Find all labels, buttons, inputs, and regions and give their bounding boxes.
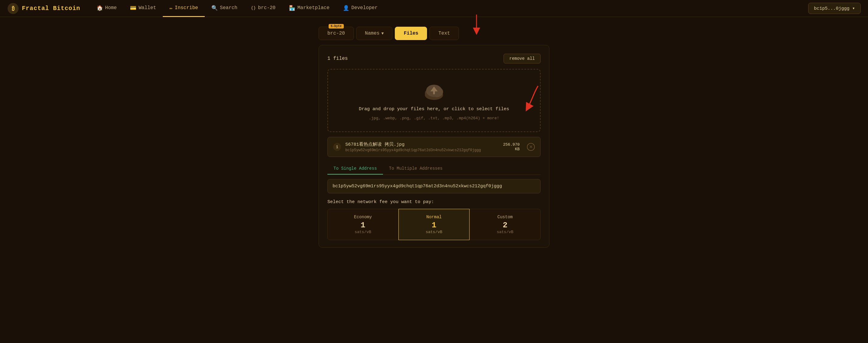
nav-wallet[interactable]: 💳 Wallet bbox=[123, 0, 163, 17]
file-size-value: 256.970 bbox=[503, 142, 520, 147]
fee-economy-value: 1 bbox=[331, 221, 395, 229]
search-icon: 🔍 bbox=[211, 5, 218, 11]
nav-home[interactable]: 🏠 Home bbox=[90, 0, 123, 17]
addr-tab-multiple[interactable]: To Multiple Addresses bbox=[383, 163, 448, 175]
nav-items: 🏠 Home 💳 Wallet ✏️ Inscribe 🔍 Search {} … bbox=[90, 0, 808, 17]
nav-inscribe-label: Inscribe bbox=[175, 5, 198, 11]
file-list-item: 1 S6781看热点解读 拷贝.jpg bc1p5yw52vg69m1rs95y… bbox=[328, 137, 540, 157]
brc20-icon: {} bbox=[251, 5, 256, 10]
fractal-bitcoin-logo-icon: ₿ bbox=[7, 3, 19, 14]
tab-text-label: Text bbox=[438, 31, 450, 36]
file-address: bc1p5yw52vg69m1rs95yyx4gd9chqt1qp76at2d3… bbox=[345, 148, 499, 152]
upload-cloud-icon bbox=[423, 82, 445, 100]
nav-marketplace-label: Marketplace bbox=[297, 5, 330, 11]
file-number: 1 bbox=[333, 143, 341, 151]
tab-names-label: Names bbox=[365, 31, 380, 36]
nav-search[interactable]: 🔍 Search bbox=[205, 0, 244, 17]
svg-text:₿: ₿ bbox=[12, 6, 14, 12]
tab-names[interactable]: Names ▼ bbox=[356, 27, 393, 40]
fee-custom-unit: sats/vB bbox=[473, 230, 537, 234]
nav-brc20-label: brc-20 bbox=[258, 5, 276, 11]
address-input[interactable] bbox=[328, 179, 540, 193]
nav-search-label: Search bbox=[220, 5, 238, 11]
nav-logo[interactable]: ₿ Fractal Bitcoin bbox=[7, 3, 80, 14]
tab-files-label: Files bbox=[404, 31, 418, 36]
tab-text[interactable]: Text bbox=[429, 27, 459, 40]
file-size: 256.970 KB bbox=[503, 142, 520, 151]
wallet-icon: 💳 bbox=[130, 5, 136, 11]
fee-normal[interactable]: Normal 1 sats/vB bbox=[399, 209, 469, 240]
nav-developer-label: Developer bbox=[351, 5, 377, 11]
tab-brc20[interactable]: 5-byte brc-20 bbox=[318, 27, 354, 40]
main-content: 5-byte brc-20 Names ▼ Files Text bbox=[0, 17, 868, 262]
fee-normal-name: Normal bbox=[402, 215, 466, 219]
nav-wallet-label: Wallet bbox=[138, 5, 156, 11]
tab-files[interactable]: Files bbox=[395, 27, 427, 40]
nav-brc20[interactable]: {} brc-20 bbox=[244, 0, 282, 17]
nav-marketplace[interactable]: 🏪 Marketplace bbox=[282, 0, 336, 17]
nav-brand-text: Fractal Bitcoin bbox=[22, 5, 80, 12]
files-count-label: 1 files bbox=[328, 56, 348, 61]
navbar: ₿ Fractal Bitcoin 🏠 Home 💳 Wallet ✏️ Ins… bbox=[0, 0, 868, 17]
fee-section-label: Select the network fee you want to pay: bbox=[328, 199, 540, 205]
file-size-unit: KB bbox=[515, 147, 520, 151]
drop-text: Drag and drop your files here, or click … bbox=[359, 107, 509, 112]
fee-normal-unit: sats/vB bbox=[402, 230, 466, 234]
file-info: S6781看热点解读 拷贝.jpg bc1p5yw52vg69m1rs95yyx… bbox=[345, 141, 499, 152]
fee-economy[interactable]: Economy 1 sats/vB bbox=[328, 209, 399, 240]
drop-formats: .jpg, .webp, .png, .gif, .txt, .mp3, .mp… bbox=[369, 116, 499, 121]
nav-inscribe[interactable]: ✏️ Inscribe bbox=[163, 0, 205, 17]
inscribe-tabs: 5-byte brc-20 Names ▼ Files Text bbox=[318, 27, 550, 40]
remove-all-button[interactable]: remove all bbox=[503, 54, 540, 63]
file-drop-zone[interactable]: Drag and drop your files here, or click … bbox=[328, 69, 540, 132]
card-header: 1 files remove all bbox=[328, 54, 540, 63]
file-name: S6781看热点解读 拷贝.jpg bbox=[345, 141, 499, 147]
inscribe-icon: ✏️ bbox=[169, 5, 173, 11]
fee-custom[interactable]: Custom 2 sats/vB bbox=[469, 209, 540, 240]
fee-custom-name: Custom bbox=[473, 215, 537, 219]
addr-tab-single[interactable]: To Single Address bbox=[328, 163, 383, 175]
inscribe-card: 1 files remove all bbox=[318, 45, 550, 248]
tab-brc20-label: brc-20 bbox=[328, 31, 345, 36]
nav-home-label: Home bbox=[105, 5, 117, 11]
wallet-connect-button[interactable]: bc1p5...0jggg ▾ bbox=[808, 3, 861, 14]
file-remove-button[interactable]: ✕ bbox=[527, 143, 535, 151]
dropzone-wrapper: Drag and drop your files here, or click … bbox=[328, 69, 540, 132]
chevron-down-icon: ▼ bbox=[381, 31, 384, 36]
nav-developer[interactable]: 👤 Developer bbox=[336, 0, 384, 17]
fee-options: Economy 1 sats/vB Normal 1 sats/vB Custo… bbox=[328, 209, 540, 240]
marketplace-icon: 🏪 bbox=[289, 5, 295, 11]
tabs-section: 5-byte brc-20 Names ▼ Files Text bbox=[318, 27, 550, 40]
upload-icon-wrap bbox=[423, 80, 445, 102]
fee-economy-unit: sats/vB bbox=[331, 230, 395, 234]
brc20-badge: 5-byte bbox=[329, 24, 344, 29]
home-icon: 🏠 bbox=[97, 5, 103, 11]
fee-economy-name: Economy bbox=[331, 215, 395, 219]
developer-icon: 👤 bbox=[343, 5, 349, 11]
fee-normal-value: 1 bbox=[402, 221, 466, 229]
content-wrapper: 5-byte brc-20 Names ▼ Files Text bbox=[318, 27, 550, 248]
wallet-address-text: bc1p5...0jggg ▾ bbox=[814, 5, 855, 11]
address-tabs: To Single Address To Multiple Addresses bbox=[328, 163, 540, 175]
fee-custom-value: 2 bbox=[473, 221, 537, 229]
